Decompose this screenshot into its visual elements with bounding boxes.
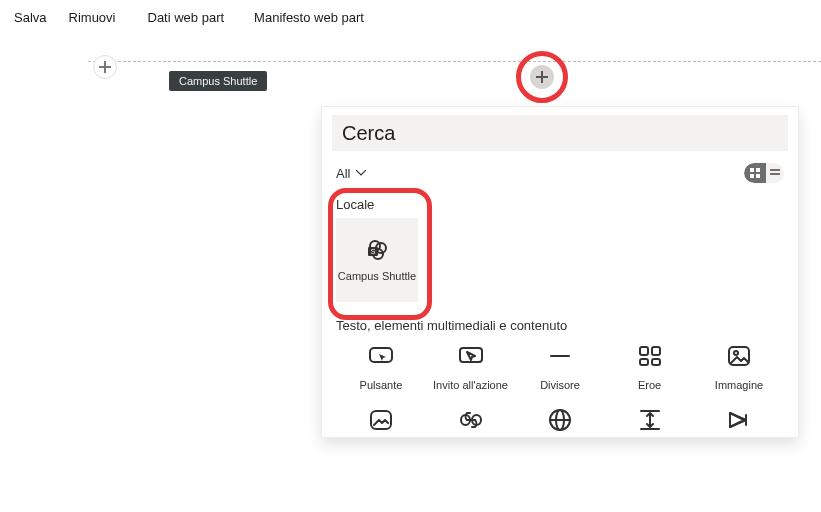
svg-point-19 bbox=[734, 351, 738, 355]
svg-rect-15 bbox=[652, 347, 660, 355]
tile-label: Divisore bbox=[540, 379, 580, 391]
svg-rect-2 bbox=[750, 174, 754, 178]
cta-icon bbox=[458, 343, 484, 369]
grid-icon bbox=[750, 168, 760, 178]
view-toggle bbox=[744, 163, 784, 183]
webpart-data-button[interactable]: Dati web part bbox=[140, 8, 233, 27]
webpart-tile-embed[interactable] bbox=[523, 407, 597, 433]
hero-icon bbox=[637, 343, 663, 369]
webpart-toolbox: Cerca All Locale S Campus Shuttle Testo,… bbox=[321, 106, 799, 438]
svg-rect-4 bbox=[770, 169, 780, 171]
link-icon bbox=[458, 407, 484, 433]
svg-rect-0 bbox=[750, 168, 754, 172]
workbench-topbar: Salva Rimuovi Dati web part Manifesto we… bbox=[0, 0, 821, 35]
canvas-section-divider bbox=[88, 61, 821, 63]
toolbox-filter-row: All bbox=[322, 157, 798, 189]
svg-rect-20 bbox=[371, 411, 391, 429]
webpart-grid-row-2 bbox=[322, 391, 798, 433]
list-view-button[interactable] bbox=[766, 163, 784, 183]
remove-button[interactable]: Rimuovi bbox=[61, 8, 124, 27]
webpart-tile-hero[interactable]: Eroe bbox=[613, 343, 687, 391]
tile-label: Eroe bbox=[638, 379, 661, 391]
plus-icon bbox=[99, 61, 111, 73]
webpart-tile-stream[interactable] bbox=[702, 407, 776, 433]
webpart-tooltip: Campus Shuttle bbox=[169, 71, 267, 91]
grid-view-button[interactable] bbox=[744, 163, 766, 183]
plus-icon bbox=[536, 71, 548, 83]
save-button[interactable]: Salva bbox=[6, 8, 55, 27]
image-icon bbox=[726, 343, 752, 369]
webpart-tile-link[interactable] bbox=[434, 407, 508, 433]
annotation-rect-local bbox=[328, 188, 432, 320]
svg-rect-3 bbox=[756, 174, 760, 178]
divider-icon bbox=[547, 343, 573, 369]
webpart-tile-cta[interactable]: Invito all'azione bbox=[434, 343, 508, 391]
webpart-tile-gallery[interactable] bbox=[344, 407, 418, 433]
add-webpart-button[interactable] bbox=[530, 65, 554, 89]
local-webparts-group: S Campus Shuttle bbox=[334, 218, 434, 302]
spacer-icon bbox=[637, 407, 663, 433]
svg-rect-1 bbox=[756, 168, 760, 172]
chevron-down-icon bbox=[356, 170, 366, 176]
webpart-tile-divider[interactable]: Divisore bbox=[523, 343, 597, 391]
svg-rect-14 bbox=[640, 347, 648, 355]
button-icon bbox=[368, 343, 394, 369]
webpart-tile-image[interactable]: Immagine bbox=[702, 343, 776, 391]
webpart-grid-row-1: Pulsante Invito all'azione Divisore Eroe… bbox=[322, 343, 798, 391]
search-input[interactable]: Cerca bbox=[332, 115, 788, 151]
tile-label: Invito all'azione bbox=[433, 379, 508, 391]
svg-rect-16 bbox=[640, 359, 648, 365]
webpart-tile-button[interactable]: Pulsante bbox=[344, 343, 418, 391]
gallery-icon bbox=[368, 407, 394, 433]
category-filter-dropdown[interactable]: All bbox=[336, 166, 366, 181]
svg-rect-17 bbox=[652, 359, 660, 365]
webpart-tile-spacer[interactable] bbox=[613, 407, 687, 433]
webpart-manifest-button[interactable]: Manifesto web part bbox=[246, 8, 372, 27]
filter-label: All bbox=[336, 166, 350, 181]
add-section-button[interactable] bbox=[93, 55, 117, 79]
tile-label: Immagine bbox=[715, 379, 763, 391]
svg-rect-5 bbox=[770, 173, 780, 175]
tile-label: Pulsante bbox=[360, 379, 403, 391]
globe-icon bbox=[547, 407, 573, 433]
stream-icon bbox=[726, 407, 752, 433]
list-icon bbox=[770, 168, 780, 178]
